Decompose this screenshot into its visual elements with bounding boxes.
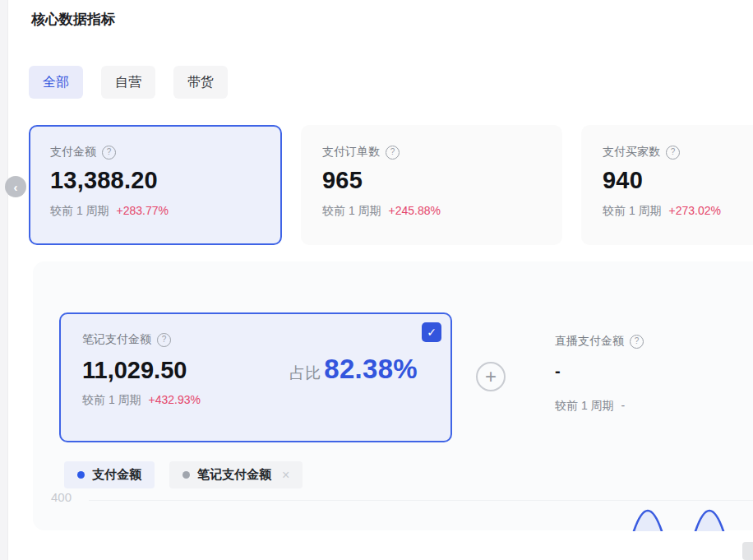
add-metric-button[interactable]: + — [476, 362, 506, 391]
metric-card-payment-orders[interactable]: 支付订单数 ? 965 较前 1 周期 +245.88% — [301, 125, 562, 245]
help-icon[interactable]: ? — [386, 146, 400, 160]
tab-affiliate[interactable]: 带货 — [173, 66, 228, 99]
checkbox-checked[interactable]: ✓ — [422, 322, 441, 342]
metric-value: 965 — [322, 167, 561, 194]
metric-compare-row: 较前 1 周期 +245.88% — [322, 204, 561, 219]
page-title: 核心数据指标 — [31, 10, 115, 29]
compare-label: 较前 1 周期 — [50, 204, 109, 219]
compare-label: 较前 1 周期 — [555, 399, 614, 414]
check-icon: ✓ — [427, 326, 437, 339]
carousel-prev-button[interactable]: ‹ — [5, 176, 26, 197]
plus-icon: + — [485, 367, 497, 386]
breakdown-label: 直播支付金额 — [555, 334, 624, 349]
legend-dot-icon — [182, 471, 190, 479]
legend-item-payment-amount[interactable]: 支付金额 — [64, 461, 155, 488]
close-icon[interactable]: × — [282, 468, 289, 483]
metric-value: 940 — [603, 167, 753, 194]
tab-all[interactable]: 全部 — [29, 66, 83, 99]
breakdown-card-live-payment[interactable]: 直播支付金额 ? - 较前 1 周期 - — [538, 312, 752, 442]
legend-item-note-payment-amount[interactable]: 笔记支付金额 × — [169, 461, 303, 488]
share-value: 82.38% — [324, 354, 418, 385]
metric-card-payment-amount[interactable]: 支付金额 ? 13,388.20 较前 1 周期 +283.77% — [29, 125, 282, 245]
floating-widget-edge[interactable] — [742, 542, 753, 560]
metric-card-payment-buyers[interactable]: 支付买家数 ? 940 较前 1 周期 +273.02% — [581, 125, 753, 245]
change-value: +273.02% — [669, 204, 721, 217]
chart-gridline — [89, 500, 753, 501]
legend-label: 笔记支付金额 — [197, 467, 271, 483]
change-value: +283.77% — [117, 204, 169, 217]
metric-label-row: 支付买家数 ? — [603, 145, 753, 160]
metric-label: 支付买家数 — [603, 145, 660, 160]
share-label: 占比 — [289, 363, 321, 384]
metric-label: 支付订单数 — [322, 145, 380, 160]
legend-dot-icon — [77, 471, 85, 479]
breakdown-value-row: 11,029.50 占比 82.38% — [82, 354, 450, 385]
breakdown-label: 笔记支付金额 — [82, 332, 151, 347]
metric-label-row: 支付订单数 ? — [322, 145, 561, 160]
compare-label: 较前 1 周期 — [603, 204, 662, 219]
tab-self-operated[interactable]: 自营 — [101, 66, 155, 99]
help-icon[interactable]: ? — [157, 333, 171, 347]
help-icon[interactable]: ? — [666, 146, 680, 160]
chevron-left-icon: ‹ — [14, 180, 18, 194]
compare-label: 较前 1 周期 — [322, 204, 381, 219]
page-left-divider — [0, 0, 8, 560]
compare-label: 较前 1 周期 — [82, 393, 141, 408]
y-axis-tick-400: 400 — [51, 490, 72, 504]
scope-tabs: 全部 自营 带货 — [29, 66, 228, 99]
breakdown-value: 11,029.50 — [82, 357, 187, 384]
change-value: - — [621, 399, 626, 414]
breakdown-label-row: 笔记支付金额 ? — [82, 332, 450, 347]
metric-label-row: 支付金额 ? — [50, 145, 280, 160]
breakdown-label-row: 直播支付金额 ? — [555, 334, 752, 349]
change-value: +432.93% — [149, 393, 201, 406]
breakdown-compare-row: 较前 1 周期 +432.93% — [82, 393, 450, 408]
legend-label: 支付金额 — [92, 467, 141, 483]
metric-compare-row: 较前 1 周期 +273.02% — [603, 204, 753, 219]
metric-label: 支付金额 — [50, 145, 96, 160]
breakdown-card-note-payment[interactable]: ✓ 笔记支付金额 ? 11,029.50 占比 82.38% 较前 1 周期 +… — [59, 312, 452, 442]
breakdown-value: - — [555, 362, 752, 381]
help-icon[interactable]: ? — [102, 146, 116, 160]
chart-legend: 支付金额 笔记支付金额 × — [64, 461, 303, 488]
breakdown-compare-row: 较前 1 周期 - — [555, 399, 752, 414]
metric-compare-row: 较前 1 周期 +283.77% — [50, 204, 280, 219]
help-icon[interactable]: ? — [630, 335, 644, 349]
metric-value: 13,388.20 — [50, 167, 280, 194]
change-value: +245.88% — [389, 204, 441, 217]
